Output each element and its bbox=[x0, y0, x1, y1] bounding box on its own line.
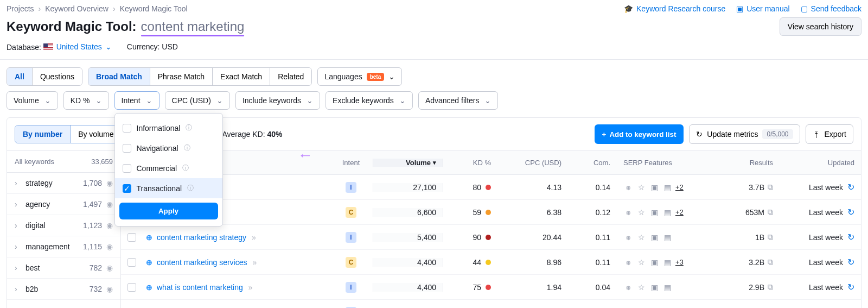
chevron-down-icon: ⌄ bbox=[399, 96, 406, 105]
serp-snapshot-icon[interactable]: ⧉ bbox=[768, 183, 773, 192]
th-cpc[interactable]: CPC (USD) bbox=[497, 159, 568, 167]
row-checkbox[interactable] bbox=[127, 233, 136, 242]
tab-broad-match[interactable]: Broad Match bbox=[88, 68, 150, 85]
serp-more-link[interactable]: +2 bbox=[675, 183, 684, 191]
serp-feature-icon: ☆ bbox=[636, 232, 646, 242]
sidebar-item[interactable]: › agency 1,497 ◉ bbox=[7, 194, 120, 215]
serp-snapshot-icon[interactable]: ⧉ bbox=[768, 257, 773, 267]
th-intent[interactable]: Intent bbox=[329, 159, 373, 167]
double-chevron-icon[interactable]: » bbox=[248, 283, 253, 292]
serp-more-link[interactable]: +2 bbox=[675, 208, 684, 216]
intent-option-informational[interactable]: Informational ⓘ bbox=[115, 118, 222, 138]
send-feedback-link[interactable]: ▢ Send feedback bbox=[801, 4, 861, 13]
languages-select[interactable]: Languages beta ⌄ bbox=[317, 67, 402, 86]
sidebar-item[interactable]: › best 782 ◉ bbox=[7, 257, 120, 279]
chevron-right-icon: › bbox=[15, 200, 20, 209]
database-select[interactable]: United States ⌄ bbox=[43, 42, 112, 51]
th-results[interactable]: Results bbox=[709, 159, 780, 167]
checkbox-icon bbox=[123, 164, 131, 173]
update-metrics-button[interactable]: ↻ Update metrics 0/5,000 bbox=[689, 124, 800, 144]
refresh-icon[interactable]: ↻ bbox=[847, 282, 854, 292]
th-com[interactable]: Com. bbox=[568, 159, 617, 167]
filter-exclude-label: Exclude keywords bbox=[333, 96, 394, 105]
keyword-link[interactable]: content marketing strategy bbox=[157, 233, 246, 242]
add-keyword-icon[interactable]: ⊕ bbox=[146, 258, 152, 267]
refresh-icon[interactable]: ↻ bbox=[847, 207, 854, 217]
filter-include-keywords[interactable]: Include keywords ⌄ bbox=[235, 91, 320, 110]
checkbox-icon bbox=[123, 144, 131, 153]
tab-exact-match[interactable]: Exact Match bbox=[212, 68, 270, 85]
eye-icon[interactable]: ◉ bbox=[106, 263, 113, 272]
filter-kd[interactable]: KD % ⌄ bbox=[63, 91, 109, 110]
chevron-right-icon: › bbox=[15, 263, 20, 272]
chevron-down-icon: ⌄ bbox=[146, 96, 152, 105]
tab-related[interactable]: Related bbox=[270, 68, 311, 85]
breadcrumb-projects[interactable]: Projects bbox=[7, 4, 34, 13]
eye-icon[interactable]: ◉ bbox=[106, 242, 113, 251]
serp-snapshot-icon[interactable]: ⧉ bbox=[768, 282, 773, 292]
refresh-icon[interactable]: ↻ bbox=[847, 232, 854, 242]
double-chevron-icon[interactable]: » bbox=[253, 258, 257, 267]
sidebar-item[interactable]: › management 1,115 ◉ bbox=[7, 236, 120, 257]
th-updated[interactable]: Updated bbox=[780, 159, 861, 167]
tab-by-number[interactable]: By number bbox=[15, 125, 70, 143]
refresh-icon[interactable]: ↻ bbox=[847, 182, 854, 192]
kd-cell: 75 bbox=[443, 283, 497, 292]
add-keyword-icon[interactable]: ⊕ bbox=[146, 283, 152, 292]
eye-icon[interactable]: ◉ bbox=[106, 221, 113, 230]
add-keyword-icon[interactable]: ⊕ bbox=[146, 233, 152, 242]
th-volume[interactable]: Volume ▾ bbox=[373, 159, 443, 167]
filter-volume-label: Volume bbox=[14, 96, 39, 105]
double-chevron-icon[interactable]: » bbox=[252, 233, 256, 242]
row-checkbox[interactable] bbox=[127, 283, 136, 292]
serp-feature-icon: ▤ bbox=[662, 208, 672, 217]
serp-snapshot-icon[interactable]: ⧉ bbox=[768, 232, 773, 242]
filter-intent[interactable]: Intent ⌄ bbox=[114, 91, 159, 110]
filter-cpc[interactable]: CPC (USD) ⌄ bbox=[165, 91, 230, 110]
serp-more-link[interactable]: +3 bbox=[675, 258, 684, 266]
sort-desc-icon: ▾ bbox=[433, 159, 436, 166]
update-count: 0/5,000 bbox=[762, 129, 793, 139]
eye-icon[interactable]: ◉ bbox=[106, 179, 113, 187]
tab-by-volume[interactable]: By volume bbox=[70, 125, 121, 143]
sidebar-item-count: 782 bbox=[90, 263, 102, 272]
table-row: ⊕ eting » I 27,100 80 4.13 0.14 ⎈ ☆ ▣ ▤ … bbox=[121, 175, 861, 200]
sidebar-item[interactable]: › digital 1,123 ◉ bbox=[7, 215, 120, 236]
refresh-icon[interactable]: ↻ bbox=[847, 257, 854, 267]
intent-option-commercial[interactable]: Commercial ⓘ bbox=[115, 158, 222, 178]
sidebar-item[interactable]: › strategy 1,708 ◉ bbox=[7, 173, 120, 194]
serp-feature-icon: ☆ bbox=[636, 208, 646, 217]
intent-option-navigational[interactable]: Navigational ⓘ bbox=[115, 138, 222, 158]
keyword-research-course-link[interactable]: 🎓 Keyword Research course bbox=[624, 4, 725, 13]
chat-icon: ▢ bbox=[801, 4, 808, 13]
user-manual-link[interactable]: ▣ User manual bbox=[736, 4, 789, 13]
intent-apply-button[interactable]: Apply bbox=[119, 203, 218, 219]
tab-all[interactable]: All bbox=[7, 68, 32, 85]
add-to-keyword-list-button[interactable]: + Add to keyword list bbox=[595, 124, 684, 144]
view-search-history-button[interactable]: View search history bbox=[780, 17, 861, 36]
tab-questions[interactable]: Questions bbox=[32, 68, 82, 85]
serp-feature-icon: ▤ bbox=[662, 232, 672, 242]
filter-exclude-keywords[interactable]: Exclude keywords ⌄ bbox=[326, 91, 413, 110]
serp-snapshot-icon[interactable]: ⧉ bbox=[768, 208, 773, 217]
breadcrumb-overview[interactable]: Keyword Overview bbox=[45, 4, 108, 13]
keyword-link[interactable]: content marketing services bbox=[157, 258, 247, 267]
breadcrumb-current[interactable]: Keyword Magic Tool bbox=[120, 4, 188, 13]
cpc-cell: 20.44 bbox=[497, 233, 568, 242]
sidebar-item-label: best bbox=[25, 263, 90, 272]
tab-phrase-match[interactable]: Phrase Match bbox=[150, 68, 212, 85]
sidebar-item[interactable]: › b2b 732 ◉ bbox=[7, 279, 120, 300]
filter-volume[interactable]: Volume ⌄ bbox=[7, 91, 58, 110]
filter-intent-label: Intent bbox=[122, 96, 141, 105]
keyword-link[interactable]: what is content marketing bbox=[157, 283, 243, 292]
th-serp[interactable]: SERP Features bbox=[617, 159, 709, 167]
export-button[interactable]: ⭱ Export bbox=[806, 124, 853, 144]
chevron-down-icon: ⌄ bbox=[105, 42, 112, 51]
th-kd[interactable]: KD % bbox=[443, 159, 497, 167]
eye-icon[interactable]: ◉ bbox=[106, 200, 113, 209]
manual-label: User manual bbox=[746, 4, 789, 13]
filter-advanced[interactable]: Advanced filters ⌄ bbox=[418, 91, 499, 110]
row-checkbox[interactable] bbox=[127, 258, 136, 267]
intent-option-transactional[interactable]: ✓ Transactional ⓘ bbox=[115, 178, 222, 198]
eye-icon[interactable]: ◉ bbox=[106, 285, 113, 293]
